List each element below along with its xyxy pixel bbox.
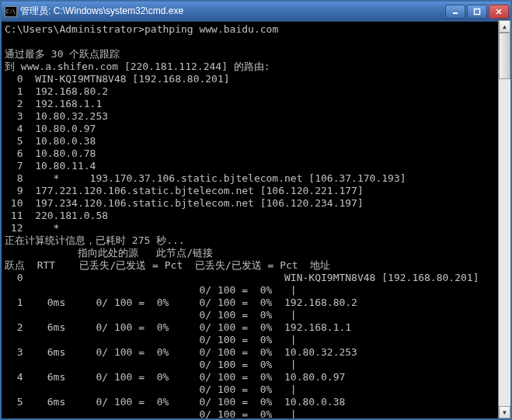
stats-rows: 0 WIN-KQI9MTN8V48 [192.168.80.201] 0/ 10… [5, 272, 479, 418]
scroll-down-button[interactable]: ▼ [499, 406, 510, 418]
chevron-down-icon: ▼ [503, 409, 507, 416]
vertical-scrollbar[interactable]: ▲ ▼ [498, 20, 510, 418]
console-output[interactable]: C:\Users\Administrator>pathping www.baid… [2, 22, 510, 418]
hops-list: 0 WIN-KQI9MTN8V48 [192.168.80.201] 1 192… [5, 73, 406, 234]
scroll-up-button[interactable]: ▲ [499, 20, 510, 33]
trace-target-ip: 220.181.112.244 [131, 61, 221, 72]
scroll-thumb[interactable] [499, 33, 510, 79]
close-button[interactable] [489, 5, 509, 19]
trace-intro-1: 通过最多 30 个跃点跟踪 [5, 48, 120, 60]
trace-intro-2b: ] 的路由: [221, 61, 270, 72]
chevron-up-icon: ▲ [503, 23, 507, 30]
minimize-button[interactable] [445, 5, 465, 19]
computing-text: 正在计算统计信息，已耗时 275 秒... [5, 234, 185, 246]
cmd-icon: C:\ [5, 6, 17, 17]
stats-header-2: 跃点 RTT 已丢失/已发送 = Pct 已丢失/已发送 = Pct 地址 [5, 259, 330, 271]
cmd-window: C:\ 管理员: C:\Windows\system32\cmd.exe C:\… [0, 0, 512, 420]
svg-rect-1 [475, 9, 480, 14]
trace-intro-2a: 到 www.a.shifen.com [ [5, 61, 131, 72]
prompt: C:\Users\Administrator> [5, 23, 145, 35]
window-controls [445, 5, 509, 19]
window-title: 管理员: C:\Windows\system32\cmd.exe [20, 5, 445, 18]
command-text: pathping www.baidu.com [145, 23, 278, 35]
stats-header-1: 指向此处的源 此节点/链接 [5, 247, 213, 259]
titlebar[interactable]: C:\ 管理员: C:\Windows\system32\cmd.exe [2, 2, 510, 22]
maximize-button[interactable] [467, 5, 487, 19]
scroll-track[interactable] [499, 33, 510, 406]
